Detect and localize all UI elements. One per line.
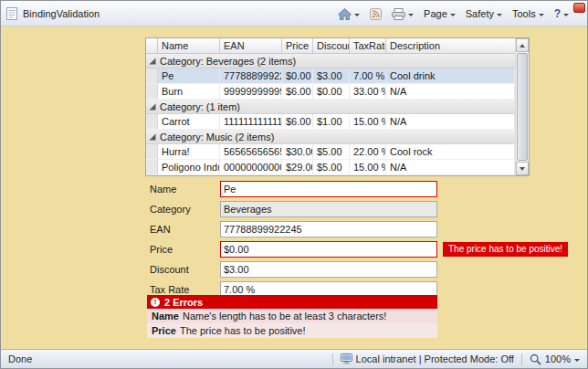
cell-name: Hurra! [158, 144, 220, 159]
group-expander-icon[interactable] [149, 103, 156, 111]
rss-feed-icon [370, 8, 382, 20]
cell-name: Pe [158, 69, 220, 83]
error-row-price: Price The price has to be positive! [147, 323, 437, 338]
discount-label: Discount [150, 264, 220, 275]
safety-menu-button[interactable]: Safety [466, 8, 502, 19]
group-expander-icon[interactable] [149, 58, 156, 65]
grid-corner-cell [146, 38, 158, 53]
row-indent [146, 160, 158, 174]
form-row-discount: Discount [150, 260, 437, 278]
page-content: Name EAN Price Discount TaxRate Descript… [1, 26, 587, 350]
column-header-discount[interactable]: Discount [313, 38, 350, 53]
ean-input[interactable] [220, 221, 437, 237]
group-header-music[interactable]: Category: Music (2 items) [146, 130, 515, 144]
form-row-ean: EAN [150, 220, 437, 237]
separator [521, 353, 522, 365]
separator [332, 353, 333, 365]
group-header-empty[interactable]: Category: (1 item) [146, 100, 515, 114]
cell-description: Cool drink [386, 69, 515, 83]
grid-scrollbar[interactable] [515, 38, 529, 175]
chevron-down-icon [539, 14, 544, 16]
cell-ean: 56565656565656 [220, 144, 282, 159]
printer-icon [392, 8, 405, 20]
chevron-down-icon [408, 14, 414, 16]
row-indent [146, 84, 158, 99]
tab-title: BindingValidation [23, 8, 100, 19]
cell-description: Cool rock [386, 144, 515, 159]
intranet-zone-icon [341, 353, 352, 364]
error-summary: ! 2 Errors Name Name's length has to be … [147, 295, 437, 338]
cell-description: N/A [386, 114, 515, 129]
status-text: Done [1, 353, 332, 364]
discount-input[interactable] [220, 261, 437, 278]
name-input[interactable] [220, 181, 437, 197]
scroll-up-button[interactable] [516, 38, 529, 52]
cell-ean: 99999999999999 [220, 84, 282, 99]
home-button[interactable] [338, 8, 360, 20]
grid-row-burn[interactable]: Burn 99999999999999 $6.00 $0.00 33.00 % … [146, 84, 515, 100]
group-expander-icon[interactable] [149, 133, 156, 141]
chevron-down-icon [354, 14, 360, 16]
page-tab[interactable]: BindingValidation [6, 1, 100, 26]
status-right: Local intranet | Protected Mode: Off 100… [332, 353, 587, 365]
grid-row-poligono[interactable]: Poligono Industrial 00000000000000 $29.0… [146, 160, 515, 175]
name-label: Name [150, 184, 220, 195]
magnifier-icon [530, 353, 541, 365]
cell-discount: $5.00 [313, 160, 350, 174]
zoom-button[interactable]: 100% [530, 353, 580, 365]
page-menu-button[interactable]: Page [424, 8, 456, 19]
tools-menu-label: Tools [512, 8, 536, 19]
scroll-down-button[interactable] [516, 162, 529, 175]
cell-ean: 00000000000000 [220, 160, 282, 174]
price-input[interactable] [220, 241, 437, 258]
page-menu-label: Page [424, 8, 447, 19]
scrollbar-thumb[interactable] [517, 53, 528, 161]
column-header-taxrate[interactable]: TaxRate [350, 38, 386, 53]
column-header-ean[interactable]: EAN [220, 38, 282, 53]
tools-menu-button[interactable]: Tools [512, 8, 544, 19]
chevron-down-icon [574, 359, 580, 362]
column-header-price[interactable]: Price [282, 38, 313, 53]
feeds-button[interactable] [370, 8, 382, 20]
grid-row-hurra[interactable]: Hurra! 56565656565656 $30.00 $5.00 22.00… [146, 144, 515, 160]
browser-window: BindingValidation Page [0, 0, 588, 369]
cell-description: N/A [386, 84, 515, 99]
page-favicon-icon [6, 7, 17, 20]
home-icon [338, 8, 352, 20]
form-row-category: Category [150, 200, 437, 217]
grid-row-pe[interactable]: Pe 77788899922245 $0.00 $3.00 7.00 % Coo… [146, 69, 515, 84]
category-input[interactable] [220, 201, 437, 217]
close-button[interactable] [573, 3, 585, 13]
help-button[interactable]: ? [554, 7, 569, 20]
cell-price: $6.00 [282, 114, 313, 129]
chevron-down-icon [563, 14, 569, 16]
cell-discount: $3.00 [313, 69, 350, 83]
zoom-level-label: 100% [545, 353, 571, 364]
error-field-name: Price [152, 325, 176, 336]
category-label: Category [150, 204, 220, 215]
group-label: Category: Beverages (2 items) [160, 56, 296, 67]
group-header-beverages[interactable]: Category: Beverages (2 items) [146, 54, 515, 69]
cell-ean: 77788899922245 [220, 69, 282, 83]
cell-price: $29.00 [282, 160, 313, 174]
datagrid-body: Name EAN Price Discount TaxRate Descript… [146, 38, 515, 175]
cell-taxrate: 22.00 % [350, 144, 386, 159]
cell-taxrate: 15.00 % [350, 114, 386, 129]
cell-price: $30.00 [282, 144, 313, 159]
column-header-name[interactable]: Name [158, 38, 220, 53]
cell-discount: $0.00 [313, 84, 350, 99]
ean-label: EAN [150, 224, 220, 235]
column-header-description[interactable]: Description [386, 38, 515, 53]
error-count-label: 2 Errors [164, 297, 203, 308]
command-bar: Page Safety Tools ? [338, 1, 569, 26]
grid-row-carrot[interactable]: Carrot 11111111111111 $6.00 $1.00 15.00 … [146, 114, 515, 130]
error-row-name: Name Name's length has to be at least 3 … [147, 309, 437, 323]
group-label: Category: Music (2 items) [160, 132, 274, 142]
error-summary-header: ! 2 Errors [147, 295, 437, 309]
cell-price: $6.00 [282, 84, 313, 99]
print-button[interactable] [392, 8, 414, 20]
cell-taxrate: 7.00 % [350, 69, 386, 83]
row-indent [146, 114, 158, 129]
error-message: Name's length has to be at least 3 chara… [183, 311, 386, 322]
chevron-down-icon [497, 14, 502, 16]
